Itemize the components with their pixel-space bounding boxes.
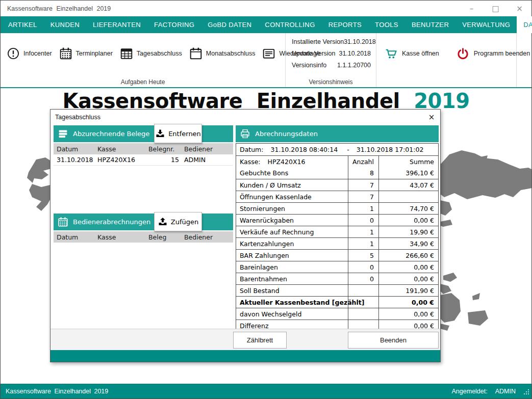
column-header-bediener[interactable]: Bediener xyxy=(181,145,233,153)
abrechnung-anzahl xyxy=(348,285,378,296)
kasse-cell: Kasse:HPZ420X16 xyxy=(236,156,348,167)
action-programm-beenden[interactable]: Programm beenden xyxy=(457,47,530,60)
abrechnung-summe: 34,90 € xyxy=(378,238,438,249)
abrechnung-label: Bareinlagen xyxy=(236,261,348,273)
menu-item-factoring[interactable]: FACTORING xyxy=(147,16,201,33)
abrechnung-label: Warenrückgaben xyxy=(236,215,348,226)
version-label: Update Version xyxy=(292,50,335,57)
column-header-datum[interactable]: Datum xyxy=(54,233,94,241)
window-titlebar: Kassensoftware Einzelhandel 2019 – □ × xyxy=(1,1,531,16)
beenden-button[interactable]: Beenden xyxy=(348,332,439,349)
abrechnung-column-header-row: Kasse:HPZ420X16 Anzahl Summe xyxy=(236,155,438,167)
datum-separator: - xyxy=(338,146,357,153)
bediener-section-header: Bedienerabrechnungen xyxy=(54,214,233,230)
version-row-installierte-version: Installierte Version31.10.2018 xyxy=(292,38,371,45)
abrechnung-row-aktueller-kassenbestand-gez-hlt-: Aktueller Kassenbestand [gezählt]0,00 € xyxy=(236,296,438,308)
menu-item-reports[interactable]: REPORTS xyxy=(322,16,368,33)
abrechnung-table: Datum: 31.10.2018 08:40:14 - 31.10.2018 … xyxy=(236,143,439,332)
tool-infocenter[interactable]: Infocenter xyxy=(7,47,52,60)
zaehlbrett-button[interactable]: Zählbrett xyxy=(233,332,287,349)
statusbar: Kassensoftware Einzelhandel 2019 Angemel… xyxy=(1,384,531,398)
close-icon[interactable]: × xyxy=(508,1,531,16)
abrechnung-label: Öffnungen Kassenlade xyxy=(236,191,348,202)
column-header-belegnr-[interactable]: Belegnr. xyxy=(145,145,181,153)
zufuegen-button[interactable]: Zufügen xyxy=(154,212,202,231)
menu-item-verwaltung[interactable]: VERWALTUNG xyxy=(455,16,517,33)
version-label: Versionsinfo xyxy=(292,62,326,69)
cart-icon xyxy=(385,47,397,60)
column-header-kasse[interactable]: Kasse xyxy=(94,145,145,153)
power-icon xyxy=(457,47,469,60)
tray-download-icon xyxy=(155,128,165,139)
dialog-title: Tagesabschluss xyxy=(50,114,100,121)
abrechnung-summe: 74,70 € xyxy=(378,203,438,214)
ribbon-group-version: Installierte Version31.10.2018Update Ver… xyxy=(286,33,376,87)
abrechnung-row-warenr-ckgaben: Warenrückgaben00,00 € xyxy=(236,214,438,226)
abrechnung-row-bareinlagen: Bareinlagen00,00 € xyxy=(236,261,438,273)
tool-label-monatsabschluss: Monatsabschluss xyxy=(206,50,256,57)
abrechnung-label: Aktueller Kassenbestand [gezählt] xyxy=(236,297,348,308)
tool-label-terminplaner: Terminplaner xyxy=(76,50,113,57)
abrechnung-summe: 0,00 € xyxy=(378,297,438,308)
abrechnung-summe: 396,10 € xyxy=(378,167,438,179)
belege-section-header: Abzurechnende Belege xyxy=(54,125,233,142)
tool-terminplaner[interactable]: Terminplaner xyxy=(59,47,113,60)
abrechnung-label: Stornierungen xyxy=(236,203,348,214)
abrechnung-label: davon Wechselgeld xyxy=(236,308,348,320)
app-window: Kassensoftware Einzelhandel 2019 – □ × A… xyxy=(0,0,532,399)
column-header-beleg[interactable]: Beleg xyxy=(145,233,181,241)
ribbon-group-label-tasks: Aufgaben Heute xyxy=(1,78,285,86)
ribbon-group-actions: Kasse öffnenProgramm beenden xyxy=(376,33,516,87)
tool-monatsabschluss[interactable]: Monatsabschluss xyxy=(189,47,256,60)
abrechnung-anzahl: 1 xyxy=(348,203,378,214)
menu-item-gobd-daten[interactable]: GoBD DATEN xyxy=(201,16,258,33)
column-header-datum[interactable]: Datum xyxy=(54,145,94,153)
tool-label-tagesabschluss: Tagesabschluss xyxy=(137,50,182,57)
menu-item-benutzer[interactable]: BENUTZER xyxy=(405,16,455,33)
abrechnung-summe: 0,00 € xyxy=(378,308,438,320)
menu-item-lieferanten[interactable]: LIEFERANTEN xyxy=(86,16,147,33)
menu-item-tools[interactable]: TOOLS xyxy=(368,16,405,33)
action-kasse-ffnen[interactable]: Kasse öffnen xyxy=(385,47,439,60)
belege-panel: Abzurechnende Belege Entfernen DatumKass… xyxy=(54,125,233,330)
menu-item-kunden[interactable]: KUNDEN xyxy=(44,16,86,33)
minimize-icon[interactable]: – xyxy=(460,1,484,16)
abrechnung-summe: 0,00 € xyxy=(378,215,438,226)
maximize-icon[interactable]: □ xyxy=(484,1,508,16)
abrechnung-row-verk-ufe-auf-rechnung: Verkäufe auf Rechnung119,90 € xyxy=(236,226,438,237)
menu-item-controlling[interactable]: CONTROLLING xyxy=(258,16,321,33)
abrechnung-anzahl: 0 xyxy=(348,273,378,284)
datum-from: 31.10.2018 08:40:14 xyxy=(264,146,338,153)
menu-item-dashboard[interactable]: DASHBOARD xyxy=(517,16,532,33)
abrechnung-row--ffnungen-kassenlade: Öffnungen Kassenlade7 xyxy=(236,191,438,202)
tool-tagesabschluss[interactable]: Tagesabschluss xyxy=(120,47,182,60)
abrechnung-summe: 43,07 € xyxy=(378,179,438,191)
column-header-kasse[interactable]: Kasse xyxy=(94,233,145,241)
abrechnung-row-barentnahmen: Barentnahmen00,00 € xyxy=(236,273,438,284)
column-header-bediener[interactable]: Bediener xyxy=(181,233,233,241)
dialog-close-icon[interactable]: × xyxy=(423,113,440,122)
dialog-footer: Zählbrett Beenden xyxy=(50,329,440,350)
ribbon: InfocenterTerminplanerTagesabschlussMona… xyxy=(1,33,531,88)
abrechnung-summe xyxy=(378,191,438,202)
logged-in-label: Angemeldet: xyxy=(452,388,488,395)
calendar-icon xyxy=(59,47,72,60)
list-icon xyxy=(262,47,275,60)
cell-kasse: HPZ420X16 xyxy=(94,156,145,164)
abrechnung-label: Gebuchte Bons xyxy=(236,167,348,179)
column-summe: Summe xyxy=(378,156,438,167)
abrechnung-summe: 0,00 € xyxy=(378,261,438,273)
version-value: 31.10.2018 xyxy=(339,50,371,57)
table-row[interactable]: 31.10.2018HPZ420X1615ADMIN xyxy=(54,154,233,166)
dialog-titlebar: Tagesabschluss × xyxy=(50,110,440,125)
entfernen-button[interactable]: Entfernen xyxy=(154,124,202,143)
version-row-update-version: Update Version31.10.2018 xyxy=(292,50,371,57)
abrechnung-summe: 0,00 € xyxy=(378,273,438,284)
resize-grip-icon[interactable] xyxy=(523,389,529,395)
abrechnung-anzahl: 1 xyxy=(348,226,378,237)
menu-item-artikel[interactable]: ARTIKEL xyxy=(2,16,44,33)
ribbon-group-tasks: InfocenterTerminplanerTagesabschlussMona… xyxy=(1,33,285,87)
version-value: 31.10.2018 xyxy=(344,38,376,45)
abrechnung-row-soll-bestand: Soll Bestand191,90 € xyxy=(236,284,438,296)
tray-upload-icon xyxy=(158,217,168,227)
